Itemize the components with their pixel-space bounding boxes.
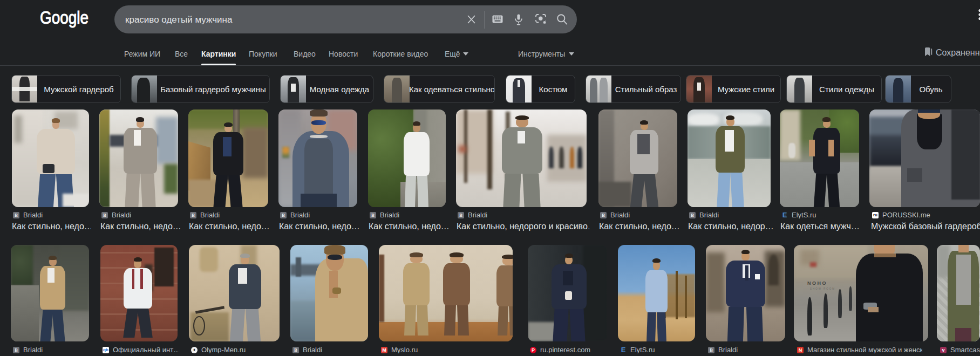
- svg-text:Google: Google: [40, 7, 89, 28]
